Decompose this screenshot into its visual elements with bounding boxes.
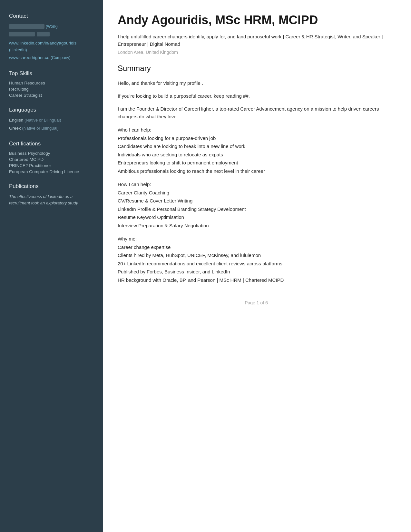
summary-title: Summary xyxy=(118,64,395,74)
certifications-title: Certifications xyxy=(9,141,94,147)
publications-section: Publications The effectiveness of Linked… xyxy=(9,183,94,206)
top-skills-title: Top Skills xyxy=(9,70,94,77)
why-line-2: Clients hired by Meta, HubSpot, UNICEF, … xyxy=(118,251,395,260)
how-line-1: Career Clarity Coaching xyxy=(118,189,395,197)
language-greek-name: Greek xyxy=(9,126,22,131)
why-line-4: Published by Forbes, Business Insider, a… xyxy=(118,268,395,276)
page-footer: Page 1 of 6 xyxy=(118,297,395,305)
certifications-section: Certifications Business Psychology Chart… xyxy=(9,141,94,174)
contact-title: Contact xyxy=(9,13,94,19)
how-i-can-help-label: How I can help: xyxy=(118,180,395,189)
contact-work-row: (Work) xyxy=(9,23,94,30)
why-line-1: Career change expertise xyxy=(118,243,395,251)
sidebar: Contact (Work) www.linkedin.com/in/andya… xyxy=(0,0,103,532)
who-line-4: Entrepreneurs looking to shift to perman… xyxy=(118,159,395,167)
summary-para-3: I am the Founder & Director of CareerHig… xyxy=(118,105,395,121)
who-line-5: Ambitious professionals looking to reach… xyxy=(118,167,395,175)
publication-text: The effectiveness of LinkedIn as a recru… xyxy=(9,193,94,206)
cert-prince2: PRINCE2 Practitioner xyxy=(9,163,94,168)
profile-tagline: I help unfulfilled career changers ident… xyxy=(118,33,395,48)
language-greek-level: (Native or Bilingual) xyxy=(22,126,59,131)
languages-section: Languages English (Native or Bilingual) … xyxy=(9,107,94,132)
languages-title: Languages xyxy=(9,107,94,113)
how-line-3: LinkedIn Profile & Personal Branding Str… xyxy=(118,205,395,213)
skill-career-strategist: Career Strategist xyxy=(9,93,94,98)
cert-chartered-mcipd: Chartered MCIPD xyxy=(9,157,94,162)
contact-linkedin-row: www.linkedin.com/in/andyagouridis (Linke… xyxy=(9,40,94,53)
cert-business-psychology: Business Psychology xyxy=(9,151,94,156)
skill-recruiting: Recruiting xyxy=(9,87,94,92)
contact-company-url[interactable]: www.careerhigher.co xyxy=(9,55,49,60)
cert-ecdl: European Computer Driving Licence xyxy=(9,169,94,174)
why-line-5: HR background with Oracle, BP, and Pears… xyxy=(118,276,395,284)
how-line-2: CV/Resume & Cover Letter Writing xyxy=(118,197,395,205)
top-skills-section: Top Skills Human Resources Recruiting Ca… xyxy=(9,70,94,98)
contact-linkedin-url[interactable]: www.linkedin.com/in/andyagouridis xyxy=(9,41,76,45)
who-i-can-help-label: Who I can help: xyxy=(118,126,395,134)
publications-title: Publications xyxy=(9,183,94,190)
contact-work-redacted xyxy=(9,24,44,29)
resume-page: Contact (Work) www.linkedin.com/in/andya… xyxy=(0,0,411,532)
contact-linkedin-label: (LinkedIn) xyxy=(9,48,27,52)
who-i-can-help-group: Who I can help: Professionals looking fo… xyxy=(118,126,395,175)
why-me-label: Why me: xyxy=(118,235,395,243)
profile-name: Andy Agouridis, MSc HRM, MCIPD xyxy=(118,13,395,28)
contact-email-row xyxy=(9,31,94,38)
summary-para-1: Hello, and thanks for visiting my profil… xyxy=(118,79,395,87)
how-i-can-help-group: How I can help: Career Clarity Coaching … xyxy=(118,180,395,230)
contact-email-redacted xyxy=(9,32,35,36)
why-line-3: 20+ LinkedIn recommendations and excelle… xyxy=(118,260,395,268)
skill-human-resources: Human Resources xyxy=(9,81,94,85)
contact-company-label: (Company) xyxy=(51,55,71,60)
contact-company-row: www.careerhigher.co (Company) xyxy=(9,54,94,61)
main-content: Andy Agouridis, MSc HRM, MCIPD I help un… xyxy=(103,0,411,532)
who-line-2: Candidates who are looking to break into… xyxy=(118,142,395,151)
contact-email-redacted2 xyxy=(37,32,50,36)
how-line-5: Interview Preparation & Salary Negotiati… xyxy=(118,222,395,230)
how-line-4: Resume Keyword Optimisation xyxy=(118,213,395,222)
language-english-level: (Native or Bilingual) xyxy=(24,118,61,123)
contact-section: Contact (Work) www.linkedin.com/in/andya… xyxy=(9,13,94,61)
profile-location: London Area, United Kingdom xyxy=(118,50,395,55)
summary-section: Summary Hello, and thanks for visiting m… xyxy=(118,64,395,284)
why-me-group: Why me: Career change expertise Clients … xyxy=(118,235,395,284)
who-line-1: Professionals looking for a purpose-driv… xyxy=(118,134,395,143)
contact-work-label: (Work) xyxy=(46,24,58,29)
who-line-3: Individuals who are seeking to relocate … xyxy=(118,151,395,159)
language-english-name: English xyxy=(9,118,24,123)
summary-para-2: If you're looking to build a purposeful … xyxy=(118,92,395,100)
language-greek: Greek (Native or Bilingual) xyxy=(9,125,94,132)
language-english: English (Native or Bilingual) xyxy=(9,117,94,123)
